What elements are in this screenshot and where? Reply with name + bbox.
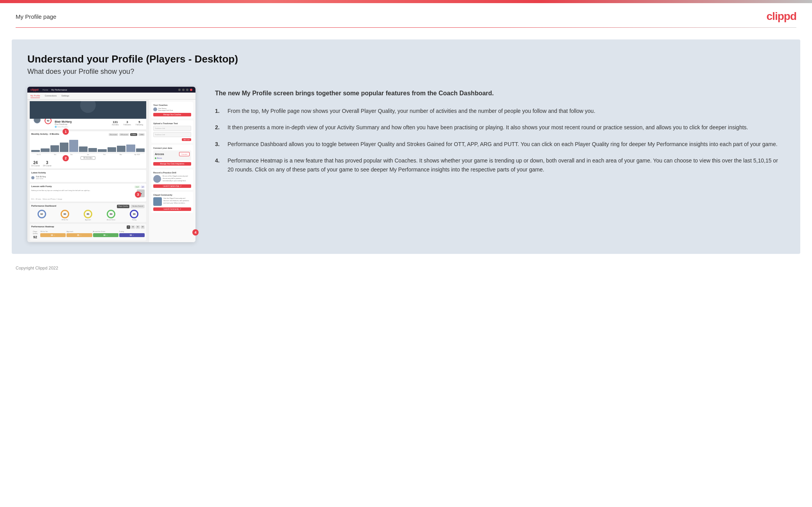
mockup-bar-11 — [126, 145, 135, 152]
mockup-bar-9 — [108, 147, 116, 152]
mockup-lesson-title: Lesson with Fonty — [31, 185, 52, 187]
mockup-followers-val: 3 — [124, 120, 131, 124]
mockup-add-btn[interactable]: Add Link — [182, 138, 191, 141]
mockup-community-section: Clippd Community Visit the Clippd Commun… — [151, 192, 193, 213]
mockup-heatmap-col-putt: Putting 96 ↑↑ — [119, 230, 145, 237]
mockup-hero-image — [30, 101, 146, 119]
feature-list: 1. From the top, My Profile page now sho… — [215, 107, 785, 174]
mockup-heatmap-putt-label: Putting — [119, 230, 145, 232]
mockup-profile-name: Blair McHarg — [55, 120, 109, 123]
mockup-settings-icon — [186, 89, 188, 91]
mockup-offcourse-val: 3 — [43, 161, 52, 165]
mockup-coach-row: Dan Davies Barnstapol Golf Club — [153, 107, 191, 111]
mockup-followers-label: Followers — [124, 124, 131, 126]
mockup-lesson-card: Lesson with Fonty Golf off Nothing to fe… — [30, 184, 146, 202]
mockup-location: 🌐 United Kingdom — [55, 126, 109, 128]
mockup-user-icon — [190, 89, 192, 91]
mockup-subnav-settings: Settings — [61, 94, 69, 98]
mockup-bar-12 — [136, 148, 145, 152]
mockup-toggle-pq[interactable]: Player Quality — [117, 205, 130, 208]
top-bar — [0, 0, 812, 3]
mockup-ring-ott: 90 Off the Tee — [61, 210, 69, 221]
page-heading: Understand your Profile (Players - Deskt… — [27, 53, 785, 65]
mockup-handicap: Plus Handicap — [55, 123, 109, 125]
mockup-left-panel: 92 Blair McHarg Plus Handicap 🌐 United K… — [27, 100, 149, 242]
mockup-toggle-sg[interactable]: Strokes Gained — [131, 205, 145, 208]
mockup-nav-items: Home My Performance — [43, 89, 67, 91]
mockup-activities-val: 131 — [112, 120, 119, 124]
mockup-all-activities-btn[interactable]: All Activities — [31, 157, 145, 159]
mockup-nav-right — [178, 89, 192, 91]
mockup-heatmap-content: Player Quality 92 Off the Tee 90 ↑↑ — [31, 230, 145, 239]
mockup-heatmap-title: Performance Heatmap — [31, 225, 54, 228]
mockup-lesson-tag-1: Golf — [134, 186, 140, 188]
mockup-arccos-row: Arccos Connect — [155, 152, 190, 156]
mockup-oncourse-label: On Course — [31, 165, 40, 167]
mockup-activity-filters: On-course Off-course 5 Mths 1 Mth — [109, 133, 145, 136]
mockup-filter-1mth: 1 Mth — [138, 133, 145, 136]
mockup-arccos-connect-btn[interactable]: Connect — [179, 152, 190, 156]
copyright: Copyright Clippd 2022 — [16, 266, 58, 270]
mockup-filter-offcourse: Off-course — [119, 133, 129, 136]
mockup-community-text: Visit the Clippd Community and discover … — [163, 197, 191, 204]
mockup-filter-oncourse: On-course — [109, 133, 118, 136]
mockup-bar-6 — [79, 146, 88, 152]
two-col-layout: 1 2 3 4 clippd Home My Performance — [27, 87, 785, 242]
list-item-4: 4. Performance Heatmap is a new feature … — [215, 156, 785, 174]
clippd-logo: clippd — [767, 10, 796, 23]
mockup-coaches-title: Your Coaches — [153, 104, 191, 106]
mockup-heatmap-app-bar: 85 ↑↑ — [66, 233, 92, 237]
mockup-container: clippd Home My Performance — [27, 87, 195, 242]
header: My Profile page clippd — [0, 3, 812, 27]
mockup-heatmap-5[interactable]: 5 — [127, 225, 130, 229]
mockup-coach-info: Dan Davies Barnstapol Golf Club — [158, 107, 173, 111]
mockup-connect-title: Connect your data — [153, 147, 191, 149]
mockup-coaches-section: Your Coaches Dan Davies Barnstapol Golf … — [151, 102, 193, 118]
mockup-heatmap-15[interactable]: 15 — [136, 225, 140, 229]
mockup-manage-coaches-btn[interactable]: Manage Your Coaches — [153, 113, 191, 116]
mockup-bar-4 — [60, 143, 68, 152]
mockup-nav-performance: My Performance — [51, 89, 67, 91]
mockup-heatmap-header: Performance Heatmap 5 10 15 20 — [31, 225, 145, 229]
mockup-trackman-section: Upload a Trackman Test Trackman Link Tra… — [151, 120, 193, 143]
mockup-lesson-header: Lesson with Fonty Golf off — [31, 185, 145, 188]
mockup-rings-row: 92 90 Off the Tee 85 Ap — [31, 210, 145, 221]
mockup-stat-followers: 3 Followers — [124, 120, 131, 126]
mockup-drill-thumb — [153, 175, 161, 183]
mockup-bar-1 — [31, 150, 40, 152]
mockup-bar-10 — [117, 146, 125, 152]
mockup-bar-3 — [50, 145, 59, 152]
mockup-activities-label: Activities — [112, 124, 119, 126]
mockup-trackman-input[interactable]: Trackman Link — [153, 126, 191, 131]
mockup-heatmap-20[interactable]: 20 — [141, 225, 145, 229]
mockup-trackman-title: Upload a Trackman Test — [153, 122, 191, 125]
step-badge-4: 4 — [192, 229, 199, 236]
mockup-subnav-profile: My Profile — [30, 94, 40, 98]
mockup-trackman-add: Add Link — [153, 138, 191, 141]
mockup-launch-capture-btn[interactable]: Launch Capture App ↗ — [153, 184, 191, 188]
mockup-search-icon — [178, 89, 181, 91]
mockup-trackman-link-input[interactable]: Trackman Link — [153, 132, 191, 137]
mockup-heatmap-10[interactable]: 10 — [131, 225, 135, 229]
mockup-following-val: 5 — [136, 120, 143, 124]
mockup-bar-chart — [31, 137, 145, 153]
mockup-perf-title: Performance Dashboard — [31, 205, 56, 207]
mockup-ring-putt: 96 Putting — [130, 210, 138, 221]
mockup-bar-7 — [88, 148, 97, 152]
mockup-nav-home: Home — [43, 89, 48, 91]
mockup-launch-community-btn[interactable]: Launch Community ↗ — [153, 207, 191, 211]
mockup-chart-label-4: Jan — [81, 154, 95, 155]
mockup-chart-label-1: Oct 21 — [31, 154, 46, 155]
list-item-2: 2. It then presents a more in-depth view… — [215, 123, 785, 132]
step-badge-1: 1 — [63, 129, 69, 135]
list-item-3-text: Performance Dashboard allows you to togg… — [228, 140, 778, 148]
step-badge-2: 2 — [63, 155, 69, 161]
mockup-heatmap-range-btns: 5 10 15 20 — [127, 225, 145, 229]
mockup-subnav-connections: Connections — [45, 94, 57, 98]
mockup-following-label: Following — [136, 124, 143, 126]
mockup-community-title: Clippd Community — [153, 194, 191, 196]
list-item-2-num: 2. — [215, 123, 223, 132]
mockup-ring-ott-circle: 90 — [61, 210, 69, 218]
mockup-chart-label-5: Feb — [97, 154, 112, 155]
mockup-data-integrations-btn[interactable]: Manage Your Data Integrations — [153, 162, 191, 166]
